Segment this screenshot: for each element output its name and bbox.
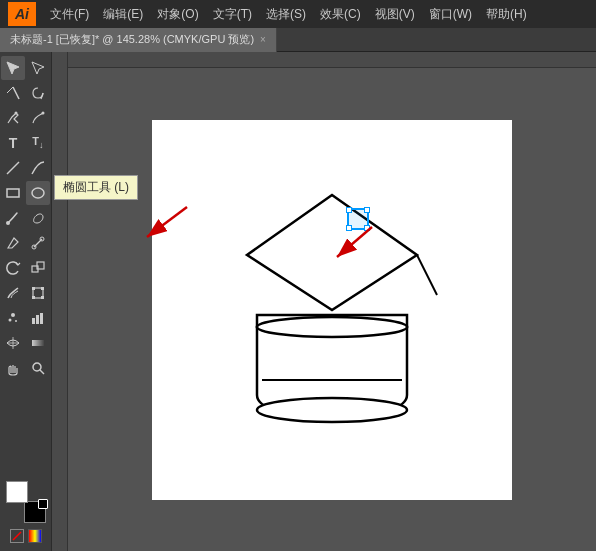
color-gradient-icon[interactable] — [28, 529, 42, 543]
svg-point-34 — [257, 398, 407, 422]
column-graph-tool[interactable] — [26, 306, 50, 330]
tool-group-brush — [0, 206, 51, 230]
svg-point-8 — [6, 221, 10, 225]
tool-group-view — [0, 356, 51, 380]
svg-line-5 — [7, 162, 19, 174]
color-mode-row — [10, 529, 42, 543]
menu-view[interactable]: 视图(V) — [369, 4, 421, 25]
pen-tool[interactable] — [1, 106, 25, 130]
menu-window[interactable]: 窗口(W) — [423, 4, 478, 25]
eraser-tool[interactable] — [1, 231, 25, 255]
selection-handle-tl — [346, 207, 352, 213]
menu-help[interactable]: 帮助(H) — [480, 4, 533, 25]
canvas-content — [68, 68, 596, 551]
svg-point-21 — [15, 320, 17, 322]
ellipse-tool[interactable] — [26, 181, 50, 205]
svg-line-29 — [40, 370, 44, 374]
svg-line-38 — [147, 207, 187, 237]
menu-effect[interactable]: 效果(C) — [314, 4, 367, 25]
svg-rect-15 — [32, 287, 35, 290]
svg-line-1 — [7, 87, 13, 93]
rectangle-tool[interactable] — [1, 181, 25, 205]
svg-rect-18 — [41, 296, 44, 299]
svg-rect-27 — [32, 340, 44, 346]
title-bar: Ai 文件(F) 编辑(E) 对象(O) 文字(T) 选择(S) 效果(C) 视… — [0, 0, 596, 28]
tab-label: 未标题-1 [已恢复]* @ 145.28% (CMYK/GPU 预览) — [10, 32, 254, 47]
svg-rect-6 — [7, 189, 19, 197]
rotate-tool[interactable] — [1, 256, 25, 280]
tool-group-shape — [0, 181, 51, 205]
blob-brush-tool[interactable] — [26, 206, 50, 230]
direct-selection-tool[interactable] — [26, 56, 50, 80]
tool-group-pen — [0, 106, 51, 130]
toolbar: T T↓ — [0, 52, 52, 551]
menu-file[interactable]: 文件(F) — [44, 4, 95, 25]
svg-line-35 — [417, 255, 437, 295]
svg-rect-16 — [41, 287, 44, 290]
svg-point-4 — [42, 112, 45, 115]
vertical-type-tool[interactable]: T↓ — [26, 131, 50, 155]
menu-edit[interactable]: 编辑(E) — [97, 4, 149, 25]
magic-wand-tool[interactable] — [1, 81, 25, 105]
foreground-color-swatch[interactable] — [6, 481, 28, 503]
scale-tool[interactable] — [26, 256, 50, 280]
line-segment-tool[interactable] — [1, 156, 25, 180]
app-logo: Ai — [8, 2, 36, 26]
scissors-tool[interactable] — [26, 231, 50, 255]
arc-tool[interactable] — [26, 156, 50, 180]
selection-handle-tr — [364, 207, 370, 213]
mesh-tool[interactable] — [1, 331, 25, 355]
arrow-indicator-1 — [132, 202, 192, 255]
tool-group-transform — [0, 256, 51, 280]
ruler-vertical — [52, 52, 68, 551]
arrow-indicator-2 — [317, 222, 377, 275]
svg-rect-24 — [40, 313, 43, 324]
reset-colors-icon[interactable] — [38, 499, 48, 509]
menu-object[interactable]: 对象(O) — [151, 4, 204, 25]
menu-text[interactable]: 文字(T) — [207, 4, 258, 25]
svg-point-20 — [9, 319, 12, 322]
hand-tool[interactable] — [1, 356, 25, 380]
symbol-sprayer-tool[interactable] — [1, 306, 25, 330]
main-layout: T T↓ — [0, 52, 596, 551]
tool-group-warp — [0, 281, 51, 305]
none-color-icon[interactable] — [10, 529, 24, 543]
graduation-cap-drawing — [197, 165, 467, 455]
svg-point-33 — [257, 317, 407, 337]
svg-point-7 — [32, 188, 44, 198]
tool-group-type: T T↓ — [0, 131, 51, 155]
tool-group-line — [0, 156, 51, 180]
tool-group-symbol — [0, 306, 51, 330]
document-tab[interactable]: 未标题-1 [已恢复]* @ 145.28% (CMYK/GPU 预览) × — [0, 28, 277, 52]
lasso-tool[interactable] — [26, 81, 50, 105]
zoom-tool[interactable] — [26, 356, 50, 380]
svg-rect-22 — [32, 318, 35, 324]
tool-group-lasso — [0, 81, 51, 105]
gradient-tool[interactable] — [26, 331, 50, 355]
svg-rect-23 — [36, 315, 39, 324]
ruler-horizontal — [52, 52, 596, 68]
svg-line-30 — [13, 532, 21, 540]
svg-point-19 — [11, 313, 15, 317]
type-tool[interactable]: T — [1, 131, 25, 155]
paintbrush-tool[interactable] — [1, 206, 25, 230]
warp-tool[interactable] — [1, 281, 25, 305]
artboard[interactable] — [152, 120, 512, 500]
color-area — [0, 475, 52, 547]
tab-close-button[interactable]: × — [260, 34, 266, 45]
svg-rect-17 — [32, 296, 35, 299]
tool-group-mesh — [0, 331, 51, 355]
tool-group-select — [0, 56, 51, 80]
svg-point-28 — [33, 363, 41, 371]
curvature-tool[interactable] — [26, 106, 50, 130]
tab-bar: 未标题-1 [已恢复]* @ 145.28% (CMYK/GPU 预览) × — [0, 28, 596, 52]
svg-line-0 — [13, 87, 19, 99]
menu-bar: 文件(F) 编辑(E) 对象(O) 文字(T) 选择(S) 效果(C) 视图(V… — [44, 4, 533, 25]
menu-select[interactable]: 选择(S) — [260, 4, 312, 25]
canvas-area — [52, 52, 596, 551]
free-transform-tool[interactable] — [26, 281, 50, 305]
selection-tool[interactable] — [1, 56, 25, 80]
tool-group-erase — [0, 231, 51, 255]
svg-line-40 — [337, 227, 372, 257]
svg-point-3 — [15, 112, 18, 115]
